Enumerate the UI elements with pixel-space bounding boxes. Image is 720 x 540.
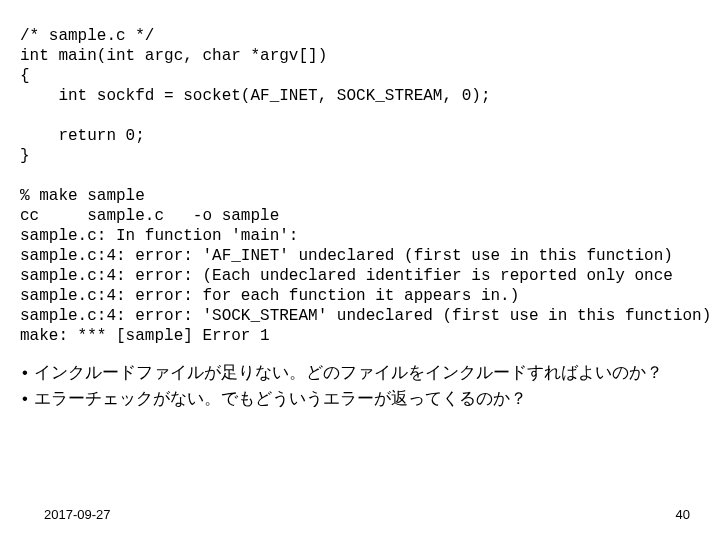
footer-page-number: 40	[676, 507, 690, 522]
bullet-item: • インクルードファイルが足りない。どのファイルをインクルードすればよいのか？	[22, 360, 700, 386]
code-line: sample.c: In function 'main':	[20, 227, 298, 245]
code-line: {	[20, 67, 30, 85]
bullet-dot-icon: •	[22, 360, 28, 386]
code-line: % make sample	[20, 187, 145, 205]
code-line: /* sample.c */	[20, 27, 154, 45]
bullet-text: インクルードファイルが足りない。どのファイルをインクルードすればよいのか？	[34, 360, 663, 386]
code-line: sample.c:4: error: 'SOCK_STREAM' undecla…	[20, 307, 711, 325]
bullet-list: • インクルードファイルが足りない。どのファイルをインクルードすればよいのか？ …	[20, 360, 700, 411]
code-line: sample.c:4: error: (Each undeclared iden…	[20, 267, 673, 285]
code-line: sample.c:4: error: 'AF_INET' undeclared …	[20, 247, 673, 265]
code-line: int sockfd = socket(AF_INET, SOCK_STREAM…	[20, 87, 490, 105]
bullet-text: エラーチェックがない。でもどういうエラーが返ってくるのか？	[34, 386, 527, 412]
code-line: int main(int argc, char *argv[])	[20, 47, 327, 65]
code-line: cc sample.c -o sample	[20, 207, 279, 225]
code-line: make: *** [sample] Error 1	[20, 327, 270, 345]
bullet-dot-icon: •	[22, 386, 28, 412]
bullet-item: • エラーチェックがない。でもどういうエラーが返ってくるのか？	[22, 386, 700, 412]
code-block: /* sample.c */ int main(int argc, char *…	[20, 26, 700, 346]
code-line: return 0;	[20, 127, 145, 145]
footer-date: 2017-09-27	[44, 507, 111, 522]
slide-body: /* sample.c */ int main(int argc, char *…	[0, 0, 720, 411]
code-line: sample.c:4: error: for each function it …	[20, 287, 519, 305]
code-line: }	[20, 147, 30, 165]
